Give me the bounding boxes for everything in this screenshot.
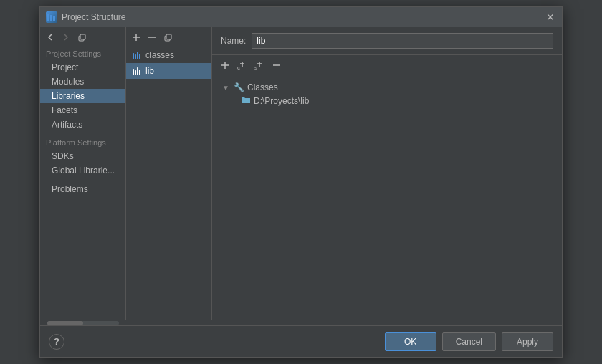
cancel-button[interactable]: Cancel (442, 332, 496, 351)
svg-rect-4 (80, 34, 85, 39)
scrollbar-track (47, 321, 119, 325)
svg-rect-13 (139, 54, 140, 59)
svg-rect-15 (135, 70, 136, 75)
left-panel: Project Settings Project Modules Librari… (40, 27, 126, 320)
library-item-classes[interactable]: classes (126, 47, 211, 63)
nav-toolbar (40, 27, 125, 47)
sidebar-item-facets[interactable]: Facets (40, 103, 125, 118)
sidebar-item-project[interactable]: Project (40, 60, 125, 75)
bottom-bar: ? OK Cancel Apply (40, 325, 562, 357)
wrench-icon: 🔧 (234, 82, 244, 92)
action-buttons: OK Cancel Apply (385, 332, 553, 351)
tree-classes-label: Classes (247, 82, 278, 92)
help-button[interactable]: ? (49, 334, 64, 350)
svg-rect-10 (133, 53, 134, 59)
library-list: classes lib (126, 47, 211, 320)
add-library-button[interactable] (129, 30, 143, 44)
close-button[interactable]: ✕ (545, 11, 556, 23)
tree-expand-icon: ▼ (221, 84, 231, 92)
library-item-label: classes (145, 50, 174, 60)
list-toolbar (126, 27, 211, 47)
library-item-label-2: lib (145, 66, 154, 76)
sidebar-item-sdks[interactable]: SDKs (40, 149, 125, 163)
platform-settings-section: Platform Settings (40, 136, 125, 149)
sidebar-item-modules[interactable]: Modules (40, 75, 125, 89)
tree-path-label: D:\Proyects\lib (254, 96, 309, 106)
sidebar-item-global-libraries[interactable]: Global Librarie... (40, 163, 125, 178)
dialog-title: Project Structure (62, 12, 545, 22)
add-root-button[interactable] (218, 58, 232, 72)
project-structure-dialog: Project Structure ✕ Project Sett (39, 6, 563, 358)
tree-area: ▼ 🔧 Classes D:\Proyects\lib (212, 75, 562, 320)
svg-rect-14 (133, 69, 134, 75)
name-input[interactable] (252, 33, 553, 49)
app-icon (46, 11, 57, 23)
apply-button[interactable]: Apply (502, 332, 553, 351)
title-bar: Project Structure ✕ (40, 7, 562, 27)
library-item-lib[interactable]: lib (126, 63, 211, 79)
scrollbar-thumb (47, 321, 83, 325)
svg-rect-17 (139, 70, 140, 75)
name-label: Name: (221, 36, 246, 46)
project-settings-section: Project Settings (40, 47, 125, 60)
main-panel: classes lib (126, 27, 562, 320)
library-list-panel: classes lib (126, 27, 212, 320)
sidebar-item-problems[interactable]: Problems (40, 182, 125, 196)
name-row: Name: (212, 27, 562, 55)
svg-rect-0 (47, 14, 49, 21)
svg-rect-1 (50, 15, 52, 21)
content-area: Project Settings Project Modules Librari… (40, 27, 562, 320)
sidebar-item-libraries[interactable]: Libraries (40, 89, 125, 103)
remove-root-button[interactable] (269, 58, 284, 72)
svg-rect-16 (137, 67, 138, 75)
tree-item-path[interactable]: D:\Proyects\lib (238, 94, 556, 107)
svg-rect-2 (53, 16, 55, 21)
add-sources-root-button[interactable]: s (252, 58, 267, 72)
svg-rect-9 (166, 34, 171, 39)
horizontal-scrollbar[interactable] (40, 320, 562, 325)
remove-library-button[interactable] (145, 30, 159, 44)
add-classes-root-button[interactable]: c (235, 58, 249, 72)
sidebar-item-artifacts[interactable]: Artifacts (40, 118, 125, 132)
folder-icon (241, 95, 251, 106)
library-icon (132, 50, 142, 60)
copy-nav-button[interactable] (75, 30, 89, 44)
library-icon-2 (132, 66, 142, 76)
forward-button[interactable] (59, 30, 73, 44)
ok-button[interactable]: OK (385, 332, 436, 351)
back-button[interactable] (43, 30, 57, 44)
svg-rect-12 (137, 52, 138, 59)
svg-text:s: s (254, 64, 257, 70)
svg-rect-11 (135, 54, 136, 59)
detail-panel: Name: c (212, 27, 562, 320)
copy-library-button[interactable] (161, 30, 175, 44)
svg-text:c: c (237, 64, 240, 70)
detail-toolbar: c s (212, 55, 562, 75)
tree-item-classes[interactable]: ▼ 🔧 Classes (218, 81, 556, 94)
